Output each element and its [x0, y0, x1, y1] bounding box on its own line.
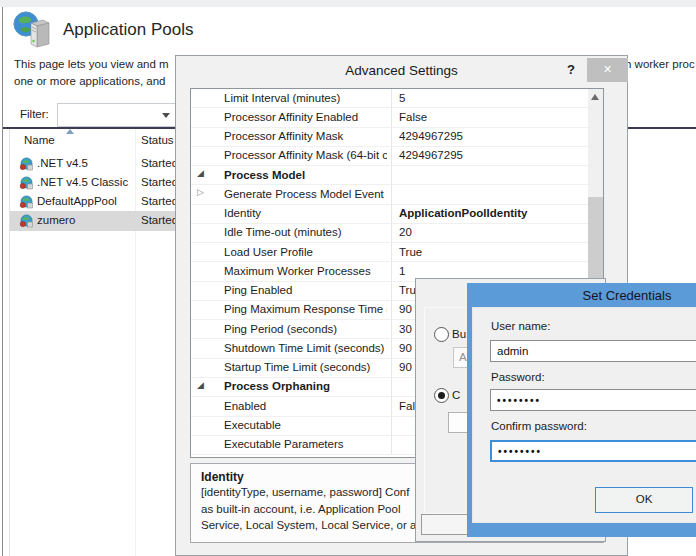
grid-column-divider: [391, 224, 392, 242]
iis-manager-screen: Application Pools This page lets you vie…: [0, 0, 696, 556]
property-label: Identity: [224, 207, 387, 219]
property-row[interactable]: Idle Time-out (minutes) 20: [191, 224, 603, 243]
table-row[interactable]: DefaultAppPool Started: [10, 192, 175, 211]
property-row[interactable]: ▷ Generate Process Model Event L: [191, 185, 603, 204]
grid-column-divider: [391, 147, 392, 165]
help-button[interactable]: ?: [567, 62, 575, 77]
app-pool-status: Started: [141, 176, 178, 188]
property-label: Processor Affinity Mask: [224, 130, 387, 142]
app-pool-name: DefaultAppPool: [37, 195, 117, 207]
grid-column-divider: [391, 282, 392, 300]
builtin-account-radio[interactable]: [434, 327, 449, 342]
property-row[interactable]: Load User Profile True: [191, 243, 603, 262]
username-label: User name:: [491, 320, 550, 332]
app-pool-status: Started: [141, 214, 178, 226]
filter-combobox[interactable]: [57, 103, 177, 127]
grid-column-divider: [391, 166, 392, 184]
property-label: Load User Profile: [224, 246, 387, 258]
page-description-line2: one or more applications, and: [14, 75, 166, 87]
property-value[interactable]: True: [399, 246, 579, 258]
property-value[interactable]: False: [399, 111, 579, 123]
property-value[interactable]: ApplicationPoolIdentity: [399, 207, 579, 219]
property-value[interactable]: 5: [399, 92, 579, 104]
grid-column-divider: [391, 262, 392, 280]
grid-column-divider: [391, 301, 392, 319]
property-label: Limit Interval (minutes): [224, 92, 387, 104]
app-pool-icon: [19, 157, 33, 171]
property-label: Processor Affinity Mask (64-bit c: [224, 149, 387, 161]
grid-column-divider: [391, 417, 392, 435]
grid-column-divider: [391, 89, 392, 107]
property-label: Executable: [224, 419, 387, 431]
password-field[interactable]: [490, 389, 696, 411]
dialog-button-fragment[interactable]: [421, 514, 469, 535]
app-pool-icon: [19, 176, 33, 190]
confirm-password-label: Confirm password:: [491, 420, 587, 432]
table-row[interactable]: .NET v4.5 Started: [10, 154, 175, 173]
table-row[interactable]: .NET v4.5 Classic Started: [10, 173, 175, 192]
property-row[interactable]: ◢ Process Model: [191, 166, 603, 185]
grid-column-divider: [391, 185, 392, 203]
property-row[interactable]: Processor Affinity Mask 4294967295: [191, 128, 603, 147]
property-label: Ping Maximum Response Time (: [224, 303, 387, 315]
page-description-line1: This page lets you view and m: [14, 58, 169, 70]
username-field[interactable]: [490, 340, 696, 362]
column-header-name[interactable]: Name: [24, 134, 55, 146]
property-label: Ping Enabled: [224, 284, 387, 296]
confirm-password-field[interactable]: [490, 440, 696, 462]
property-label: Shutdown Time Limit (seconds): [224, 342, 387, 354]
application-pools-page-icon: [13, 11, 53, 49]
builtin-account-label: Bu: [452, 328, 466, 340]
toolbar-strip: [0, 0, 696, 7]
app-pool-name: zumero: [37, 214, 75, 226]
expander-icon[interactable]: ◢: [197, 168, 204, 178]
set-credentials-body: User name: Password: Confirm password: O…: [472, 307, 696, 523]
property-label: Process Orphaning: [224, 380, 387, 392]
filter-label: Filter:: [20, 108, 49, 120]
grid-column-divider: [391, 436, 392, 454]
chevron-down-icon[interactable]: [162, 113, 170, 118]
dialog-title: Set Credentials: [467, 288, 696, 303]
page-title: Application Pools: [63, 20, 193, 40]
grid-column-divider: [391, 128, 392, 146]
property-row[interactable]: Limit Interval (minutes) 5: [191, 89, 603, 108]
grid-column-divider: [391, 339, 392, 357]
grid-column-divider: [391, 108, 392, 126]
property-row[interactable]: Identity ApplicationPoolIdentity: [191, 205, 603, 224]
property-label: Startup Time Limit (seconds): [224, 361, 387, 373]
custom-account-radio[interactable]: [434, 388, 449, 403]
app-pool-status: Started: [141, 157, 178, 169]
property-label: Maximum Worker Processes: [224, 265, 387, 277]
property-label: Process Model: [224, 169, 387, 181]
custom-account-label: C: [452, 389, 460, 401]
property-label: Processor Affinity Enabled: [224, 111, 387, 123]
table-row[interactable]: zumero Started: [10, 211, 175, 231]
scroll-up-icon[interactable]: [591, 94, 599, 100]
grid-column-divider: [391, 359, 392, 377]
property-value[interactable]: 1: [399, 265, 579, 277]
property-label: Idle Time-out (minutes): [224, 226, 387, 238]
expander-icon[interactable]: ▷: [197, 187, 204, 197]
app-pool-name: .NET v4.5: [37, 157, 88, 169]
close-icon[interactable]: ×: [587, 58, 628, 82]
page-description-fragment: h worker proc: [625, 58, 695, 70]
ok-button[interactable]: OK: [595, 487, 693, 513]
grid-column-divider: [391, 378, 392, 396]
grid-column-divider: [391, 243, 392, 261]
property-label: Enabled: [224, 400, 387, 412]
expander-icon[interactable]: ◢: [197, 380, 204, 390]
property-label: Executable Parameters: [224, 438, 387, 450]
radio-selected-dot: [438, 392, 445, 399]
password-label: Password:: [491, 371, 545, 383]
property-row[interactable]: Processor Affinity Mask (64-bit c 429496…: [191, 147, 603, 166]
app-pool-icon: [19, 214, 33, 228]
property-row[interactable]: Processor Affinity Enabled False: [191, 108, 603, 127]
property-value[interactable]: 4294967295: [399, 149, 579, 161]
grid-column-divider: [391, 320, 392, 338]
window-left-border: [2, 7, 3, 556]
column-header-status[interactable]: Status: [141, 134, 174, 146]
dialog-title: Advanced Settings: [176, 63, 627, 78]
property-value[interactable]: 20: [399, 226, 579, 238]
set-credentials-dialog: Set Credentials User name: Password: Con…: [467, 283, 696, 537]
property-value[interactable]: 4294967295: [399, 130, 579, 142]
